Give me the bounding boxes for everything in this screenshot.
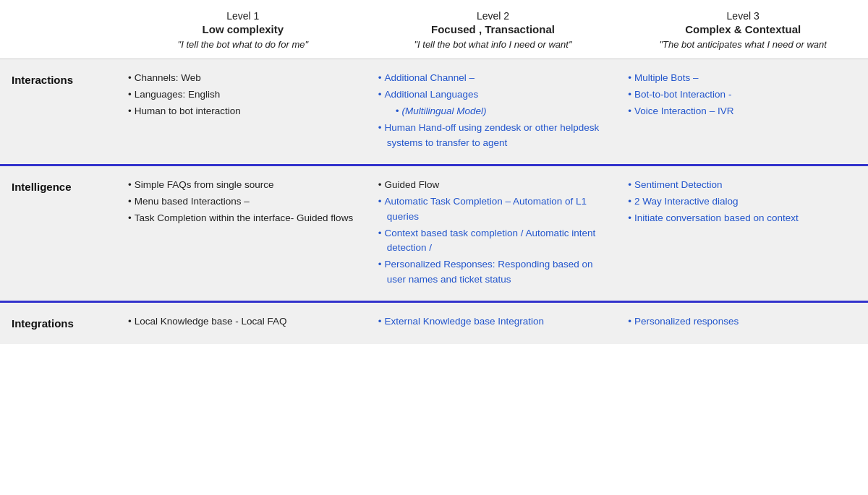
- section-row-intelligence: IntelligenceSimple FAQs from single sour…: [0, 166, 868, 303]
- content-cell-intelligence-2: Sentiment Detection2 Way Interactive dia…: [618, 166, 868, 301]
- list-item-intelligence-1-2: Context based task completion / Automati…: [378, 226, 608, 257]
- level2-num: Level 2: [380, 10, 607, 22]
- list-item-integrations-2-0: Personalized responses: [628, 314, 858, 330]
- list-item-interactions-2-2: Voice Interaction – IVR: [628, 104, 858, 119]
- list-item-intelligence-0-2: Task Completion within the interface- Gu…: [128, 211, 358, 226]
- content-cell-integrations-0: Local Knowledge base - Local FAQ: [118, 303, 368, 344]
- level2-quote: "I tell the bot what info I need or want…: [380, 38, 607, 51]
- list-item-intelligence-2-0: Sentiment Detection: [628, 178, 858, 193]
- content-list-interactions-1: Additional Channel –Additional Languages…: [378, 71, 608, 151]
- section-label-text-interactions: Interactions: [12, 74, 73, 86]
- header-level3: Level 3 Complex & Contextual "The bot an…: [618, 0, 868, 59]
- list-item-interactions-0-1: Languages: English: [128, 87, 358, 103]
- sections-container: InteractionsChannels: WebLanguages: Engl…: [0, 59, 868, 344]
- section-label-intelligence: Intelligence: [0, 166, 118, 301]
- content-list-intelligence-0: Simple FAQs from single sourceMenu based…: [128, 178, 358, 226]
- list-item-intelligence-0-0: Simple FAQs from single source: [128, 178, 358, 193]
- content-list-intelligence-2: Sentiment Detection2 Way Interactive dia…: [628, 178, 858, 226]
- content-list-integrations-0: Local Knowledge base - Local FAQ: [128, 314, 358, 330]
- content-list-intelligence-1: Guided FlowAutomatic Task Completion – A…: [378, 178, 608, 288]
- content-list-integrations-2: Personalized responses: [628, 314, 858, 330]
- content-cell-integrations-1: External Knowledge base Integration: [368, 303, 618, 344]
- header-level2: Level 2 Focused , Transactional "I tell …: [368, 0, 618, 59]
- list-item-intelligence-2-2: Initiate conversation based on context: [628, 211, 858, 226]
- section-label-text-integrations: Integrations: [12, 317, 74, 330]
- level3-num: Level 3: [629, 10, 856, 22]
- section-label-text-intelligence: Intelligence: [12, 181, 72, 193]
- content-cell-intelligence-0: Simple FAQs from single sourceMenu based…: [118, 166, 368, 301]
- header-empty: [0, 0, 118, 59]
- section-row-integrations: IntegrationsLocal Knowledge base - Local…: [0, 303, 868, 344]
- level3-title: Complex & Contextual: [629, 23, 856, 35]
- content-list-interactions-0: Channels: WebLanguages: EnglishHuman to …: [128, 71, 358, 119]
- header-level1: Level 1 Low complexity "I tell the bot w…: [118, 0, 368, 59]
- content-cell-intelligence-1: Guided FlowAutomatic Task Completion – A…: [368, 166, 618, 301]
- content-list-interactions-2: Multiple Bots –Bot-to-bot Interaction -V…: [628, 71, 858, 119]
- list-item-interactions-2-0: Multiple Bots –: [628, 71, 858, 86]
- header-row: Level 1 Low complexity "I tell the bot w…: [0, 0, 868, 59]
- list-item-interactions-1-3: Human Hand-off using zendesk or other he…: [378, 121, 608, 151]
- level3-quote: "The bot anticipates what I need or want: [629, 38, 856, 51]
- content-list-integrations-1: External Knowledge base Integration: [378, 314, 608, 330]
- list-item-integrations-0-0: Local Knowledge base - Local FAQ: [128, 314, 358, 330]
- list-item-intelligence-1-3: Personalized Responses: Responding based…: [378, 257, 608, 288]
- list-item-interactions-2-1: Bot-to-bot Interaction -: [628, 87, 858, 103]
- section-row-interactions: InteractionsChannels: WebLanguages: Engl…: [0, 59, 868, 166]
- list-item-interactions-1-0: Additional Channel –: [378, 71, 608, 86]
- list-item-interactions-0-2: Human to bot interaction: [128, 104, 358, 119]
- content-cell-interactions-1: Additional Channel –Additional Languages…: [368, 59, 618, 164]
- list-item-interactions-1-1: Additional Languages: [378, 87, 608, 103]
- list-item-intelligence-2-1: 2 Way Interactive dialog: [628, 194, 858, 210]
- level1-title: Low complexity: [129, 23, 357, 35]
- list-item-interactions-1-2: (Multilingual Model): [378, 104, 608, 119]
- list-item-interactions-0-0: Channels: Web: [128, 71, 358, 86]
- content-cell-interactions-0: Channels: WebLanguages: EnglishHuman to …: [118, 59, 368, 164]
- content-cell-integrations-2: Personalized responses: [618, 303, 868, 344]
- section-label-integrations: Integrations: [0, 303, 118, 344]
- section-label-interactions: Interactions: [0, 59, 118, 164]
- list-item-intelligence-1-0: Guided Flow: [378, 178, 608, 193]
- list-item-intelligence-1-1: Automatic Task Completion – Automation o…: [378, 194, 608, 225]
- content-cell-interactions-2: Multiple Bots –Bot-to-bot Interaction -V…: [618, 59, 868, 164]
- level1-num: Level 1: [129, 10, 357, 22]
- list-item-intelligence-0-1: Menu based Interactions –: [128, 194, 358, 210]
- list-item-integrations-1-0: External Knowledge base Integration: [378, 314, 608, 330]
- level2-title: Focused , Transactional: [380, 23, 607, 35]
- level1-quote: "I tell the bot what to do for me": [129, 38, 357, 51]
